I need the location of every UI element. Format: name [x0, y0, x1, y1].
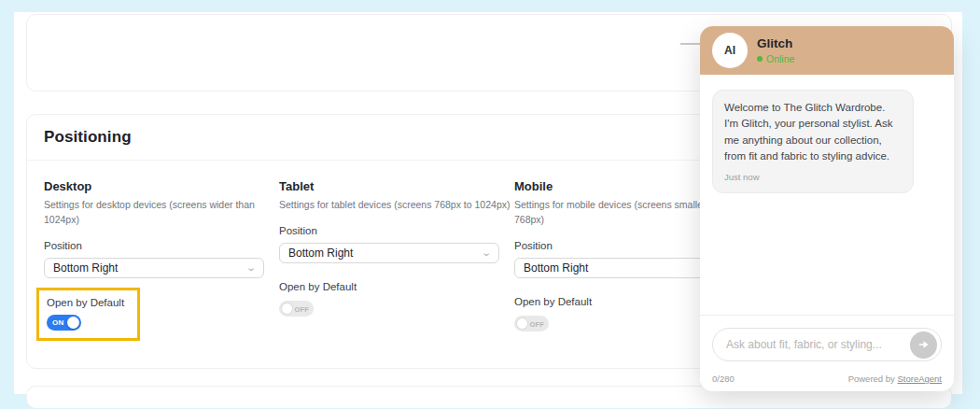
tablet-open-label: Open by Default	[279, 281, 499, 292]
toggle-knob	[67, 317, 79, 329]
chat-input[interactable]: Ask about fit, fabric, or styling...	[712, 328, 942, 361]
device-column-tablet: Tablet Settings for tablet devices (scre…	[279, 179, 499, 341]
chat-header: AI Glitch Online	[700, 26, 954, 75]
chat-footer-meta: 0/280 Powered by StoreAgent	[712, 374, 942, 384]
storeagent-link[interactable]: StoreAgent	[897, 374, 942, 384]
send-arrow-icon	[917, 338, 931, 351]
desktop-position-label: Position	[44, 240, 264, 251]
chat-message-bubble: Welcome to The Glitch Wardrobe. I'm Glit…	[712, 90, 914, 193]
avatar: AI	[712, 33, 748, 68]
toggle-knob	[281, 303, 293, 315]
desktop-position-value: Bottom Right	[53, 261, 118, 275]
toggle-off-label: OFF	[294, 305, 309, 314]
chat-header-info: Glitch Online	[757, 36, 794, 64]
desktop-description: Settings for desktop devices (screens wi…	[44, 198, 264, 228]
desktop-open-label: Open by Default	[47, 297, 124, 308]
chat-input-placeholder: Ask about fit, fabric, or styling...	[726, 338, 882, 351]
desktop-open-toggle[interactable]: ON	[47, 315, 81, 331]
chat-message-timestamp: Just now	[724, 171, 902, 184]
chevron-down-icon: ⌄	[481, 248, 492, 258]
chat-agent-name: Glitch	[757, 36, 794, 50]
chat-footer: Ask about fit, fabric, or styling... 0/2…	[700, 315, 954, 391]
chevron-down-icon: ⌄	[245, 263, 257, 273]
tablet-title: Tablet	[279, 179, 499, 193]
mobile-position-value: Bottom Right	[524, 261, 588, 275]
tablet-description: Settings for tablet devices (screens 768…	[279, 198, 499, 213]
tablet-position-select[interactable]: Bottom Right ⌄	[279, 243, 499, 263]
tablet-position-value: Bottom Right	[288, 247, 353, 260]
char-count: 0/280	[712, 374, 735, 384]
chat-message-area: Welcome to The Glitch Wardrobe. I'm Glit…	[700, 75, 954, 208]
highlight-box: Open by Default ON	[36, 288, 140, 341]
powered-by-prefix: Powered by	[848, 374, 895, 384]
online-dot-icon	[757, 56, 763, 62]
toggle-on-label: ON	[52, 318, 63, 327]
powered-by: Powered by StoreAgent	[848, 374, 942, 384]
desktop-position-select[interactable]: Bottom Right ⌄	[44, 258, 264, 278]
status-badge: Online	[757, 53, 794, 64]
positioning-title: Positioning	[44, 128, 132, 147]
online-status-text: Online	[766, 53, 794, 64]
toggle-off-label: OFF	[529, 320, 544, 329]
tablet-open-toggle[interactable]: OFF	[279, 301, 314, 317]
desktop-title: Desktop	[44, 179, 264, 193]
chat-message-text: Welcome to The Glitch Wardrobe. I'm Glit…	[724, 100, 902, 164]
mobile-open-toggle[interactable]: OFF	[514, 316, 549, 331]
toggle-knob	[516, 317, 528, 330]
device-column-desktop: Desktop Settings for desktop devices (sc…	[44, 179, 264, 341]
chat-widget-preview: AI Glitch Online Welcome to The Glitch W…	[700, 26, 954, 391]
send-button[interactable]	[910, 331, 937, 359]
tablet-position-label: Position	[279, 225, 499, 236]
